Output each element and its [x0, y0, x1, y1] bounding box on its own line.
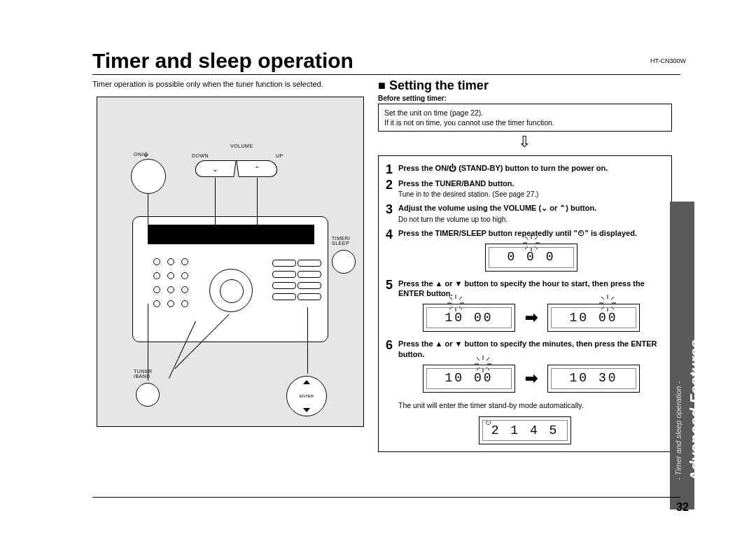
step-num: 2 [386, 178, 398, 191]
divider [92, 74, 680, 75]
before-label: Before setting timer: [378, 94, 447, 102]
lcd-display: 10 00 [423, 304, 515, 332]
step-4: 4 Press the TIMER/SLEEP button repeatedl… [386, 228, 664, 276]
model-code: HT-CN300W [650, 57, 686, 64]
svg-line-22 [611, 297, 614, 300]
label-timer-sleep: TIMER/ SLEEP [332, 236, 351, 246]
svg-line-6 [535, 237, 538, 239]
before-line2: If it is not on time, you cannot use the… [384, 118, 666, 127]
before-line1: Set the unit on time (page 22). [384, 108, 666, 118]
side-title: Advanced Features [687, 339, 705, 482]
step-title: Press the TUNER/BAND button. [398, 179, 514, 188]
enter-button: ENTER [286, 376, 327, 416]
lcd-display: 0 0 0 [485, 244, 578, 272]
step-3: 3 Adjust the volume using the VOLUME (⌄ … [386, 203, 664, 225]
device-figure: ON/⏻ VOLUME DOWN UP ⌄ ⌃ [97, 97, 364, 427]
unit-display [148, 225, 314, 244]
lcd-display: 10 00 [423, 365, 515, 393]
lcd-display: 10 00 [547, 304, 640, 332]
step-1: 1 Press the ON/⏻ (STAND-BY) button to tu… [386, 163, 664, 176]
label-tuner-band: TUNER /BAND [134, 369, 153, 379]
step-6: 6 Press the ▲ or ▼ button to specify the… [386, 339, 664, 397]
label-volume: VOLUME [230, 143, 253, 148]
intro-text: Timer operation is possible only when th… [92, 80, 323, 88]
before-box: Set the unit on time (page 22). If it is… [378, 104, 672, 132]
svg-line-4 [525, 237, 528, 239]
step-2: 2 Press the TUNER/BAND button. Tune in t… [386, 178, 664, 200]
lcd-text: 10 00 [426, 368, 512, 389]
volume-up-button: ⌃ [236, 160, 278, 177]
lcd-text: 10 00 [426, 307, 512, 328]
page-number: 32 [676, 501, 689, 514]
svg-line-14 [459, 297, 462, 300]
lcd-text: 0 0 0 [489, 247, 574, 268]
label-enter: ENTER [300, 394, 314, 398]
step-num: 6 [386, 339, 398, 351]
side-subtitle: - Timer and sleep operation - [674, 381, 682, 480]
step-sub: Do not turn the volume up too high. [398, 215, 664, 224]
step-num: 1 [386, 163, 398, 176]
section-heading: Setting the timer [378, 78, 489, 93]
step-title: Press the ON/⏻ (STAND-BY) button to turn… [398, 164, 608, 172]
steps-box: 1 Press the ON/⏻ (STAND-BY) button to tu… [378, 155, 672, 452]
divider [92, 497, 680, 498]
svg-line-28 [477, 358, 479, 360]
final-note: The unit will enter the timer stand-by m… [398, 401, 664, 409]
label-up: UP [276, 153, 284, 158]
lcd-text: 10 30 [551, 368, 636, 389]
step-num: 4 [386, 228, 398, 241]
label-on: ON/⏻ [134, 152, 148, 157]
step-num: 5 [386, 279, 398, 291]
lcd-display: ⏲ 2 1 4 5 [479, 416, 571, 444]
down-arrow-icon: ⇩ [518, 134, 531, 150]
center-dial [209, 269, 253, 312]
step-title: Press the TIMER/SLEEP button repeatedly … [398, 229, 637, 237]
step-num: 3 [386, 203, 398, 216]
svg-line-30 [486, 358, 489, 360]
lcd-text: 2 1 4 5 [482, 420, 568, 441]
svg-line-20 [601, 297, 604, 300]
step-title: Press the ▲ or ▼ button to specify the m… [398, 339, 657, 358]
tuner-band-knob [136, 383, 160, 407]
on-knob [131, 159, 166, 194]
step-5: 5 Press the ▲ or ▼ button to specify the… [386, 279, 664, 337]
step-sub: Tune in to the desired station. (See pag… [398, 190, 664, 199]
arrow-right-icon: ➡ [525, 308, 538, 328]
volume-down-button: ⌄ [194, 160, 236, 177]
step-title: Adjust the volume using the VOLUME (⌄ or… [398, 204, 596, 212]
lcd-text: 10 00 [551, 307, 636, 328]
page-title: Timer and sleep operation [92, 49, 354, 73]
side-tab: - Timer and sleep operation - Advanced F… [670, 202, 694, 510]
svg-line-12 [449, 297, 452, 300]
lcd-display: 10 30 [547, 365, 640, 393]
arrow-right-icon: ➡ [525, 369, 538, 389]
label-down: DOWN [192, 153, 209, 158]
unit-panel [132, 216, 328, 342]
timer-sleep-knob [332, 250, 356, 274]
